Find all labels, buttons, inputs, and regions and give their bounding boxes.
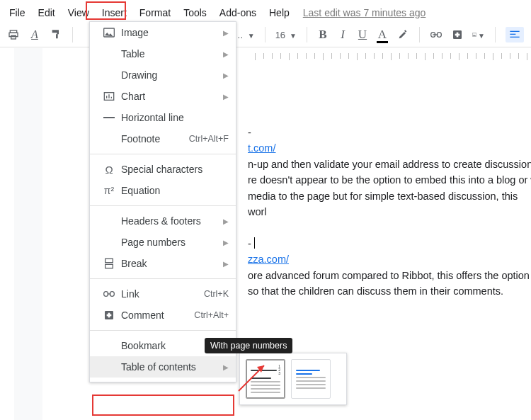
toolbar-separator [419, 27, 420, 42]
menu-item-footnote[interactable]: Footnote Ctrl+Alt+F [90, 128, 236, 149]
chevron-down-icon: ▼ [478, 32, 485, 40]
menu-item-chart[interactable]: Chart ▶ [90, 86, 236, 107]
text-cursor [254, 237, 255, 249]
image-icon [100, 28, 118, 38]
doc-text: - [248, 236, 531, 251]
shortcut-label: Ctrl+K [198, 289, 229, 299]
submenu-arrow-icon: ▶ [223, 93, 229, 101]
menu-divider [90, 330, 236, 331]
chevron-down-icon: ▼ [248, 32, 255, 40]
submenu-arrow-icon: ▶ [223, 217, 229, 225]
toolbar-separator [72, 27, 73, 42]
menu-view[interactable]: View [62, 4, 96, 21]
tooltip: With page numbers [205, 338, 292, 353]
submenu-arrow-icon: ▶ [223, 50, 229, 58]
last-edit-link[interactable]: Last edit was 7 minutes ago [303, 7, 426, 18]
pi-icon: π² [100, 185, 118, 196]
svg-rect-18 [105, 259, 113, 262]
submenu-arrow-icon: ▶ [223, 363, 229, 371]
insert-image-icon[interactable]: ▼ [472, 28, 485, 41]
menu-help[interactable]: Help [263, 4, 296, 21]
menu-item-horizontal-line[interactable]: Horizontal line [90, 107, 236, 128]
toolbar-separator [307, 27, 307, 42]
shortcut-label: Ctrl+Alt+F [183, 134, 229, 144]
toolbar: A chet … ▼ 16 ▼ B I U A [0, 23, 531, 47]
print-icon[interactable] [7, 28, 20, 41]
menu-format[interactable]: Format [133, 4, 177, 21]
text-color-button[interactable]: A [377, 28, 388, 42]
submenu-arrow-icon: ▶ [223, 72, 229, 79]
chevron-down-icon: ▼ [290, 32, 297, 40]
menu-addons[interactable]: Add-ons [213, 4, 263, 21]
spellcheck-icon[interactable]: A [28, 28, 41, 41]
insert-menu-dropdown: Image ▶ Table ▶ Drawing ▶ Chart ▶ Horizo… [89, 21, 236, 382]
annotation-arrow [237, 361, 273, 393]
menu-item-equation[interactable]: π² Equation [90, 180, 236, 201]
doc-link[interactable]: t.com/ [248, 142, 275, 154]
underline-button[interactable]: U [357, 28, 368, 42]
insert-link-icon[interactable] [430, 28, 442, 41]
highlight-button[interactable] [396, 28, 409, 41]
svg-rect-7 [455, 34, 460, 36]
page-break-icon [100, 258, 118, 269]
menu-item-link[interactable]: Link Ctrl+K [90, 283, 236, 305]
document-content[interactable]: - t.com/ n-up and then validate your ema… [248, 125, 531, 300]
align-button[interactable] [506, 27, 524, 42]
bold-button[interactable]: B [317, 28, 329, 42]
comment-icon [100, 310, 118, 321]
menu-insert[interactable]: Insert [96, 4, 133, 21]
menu-item-image[interactable]: Image ▶ [90, 22, 236, 43]
menu-divider [90, 154, 236, 154]
menu-item-headers-footers[interactable]: Headers & footers ▶ [90, 210, 236, 232]
link-icon [100, 290, 118, 297]
menu-item-drawing[interactable]: Drawing ▶ [90, 64, 236, 86]
menu-edit[interactable]: Edit [32, 4, 62, 21]
horizontal-line-icon [100, 116, 118, 119]
font-size-value: 16 [275, 30, 285, 40]
insert-comment-icon[interactable] [451, 28, 464, 41]
menu-divider [90, 278, 236, 279]
toolbar-separator [495, 27, 496, 42]
menu-item-special-characters[interactable]: Ω Special characters [90, 159, 236, 180]
font-size-select[interactable]: 16 ▼ [275, 30, 297, 40]
italic-button[interactable]: I [337, 28, 348, 42]
doc-link[interactable]: zza.com/ [248, 254, 289, 265]
doc-text: n-up and then validate your email addres… [248, 157, 531, 172]
chart-icon [100, 91, 118, 101]
submenu-arrow-icon: ▶ [223, 239, 229, 246]
doc-text: - [248, 125, 531, 140]
menu-item-table-of-contents[interactable]: Table of contents ▶ [90, 356, 236, 378]
menu-item-break[interactable]: Break ▶ [90, 253, 236, 274]
menu-item-comment[interactable]: Comment Ctrl+Alt+ [90, 305, 236, 326]
submenu-arrow-icon: ▶ [223, 260, 229, 268]
paint-format-icon[interactable] [50, 28, 62, 41]
submenu-arrow-icon: ▶ [223, 29, 229, 37]
menu-divider [90, 205, 236, 206]
menu-item-table[interactable]: Table ▶ [90, 43, 236, 64]
menu-bar: File Edit View Insert Format Tools Add-o… [0, 3, 531, 23]
shortcut-label: Ctrl+Alt+ [188, 310, 229, 320]
svg-rect-25 [107, 314, 112, 317]
menu-tools[interactable]: Tools [177, 4, 213, 21]
doc-text: media to the page but for simple text-ba… [248, 188, 531, 220]
doc-text: re doesn't appear to be the option to em… [248, 172, 531, 188]
menu-item-page-numbers[interactable]: Page numbers ▶ [90, 232, 236, 253]
svg-rect-19 [105, 264, 113, 268]
toc-option-with-blue-links[interactable] [291, 359, 331, 399]
doc-text: so that the children can discuss them in… [248, 283, 531, 299]
omega-icon: Ω [100, 164, 118, 176]
toolbar-separator [265, 27, 266, 42]
doc-text: ore advanced forum compared to Ribbot, t… [248, 268, 531, 283]
menu-file[interactable]: File [3, 4, 32, 21]
